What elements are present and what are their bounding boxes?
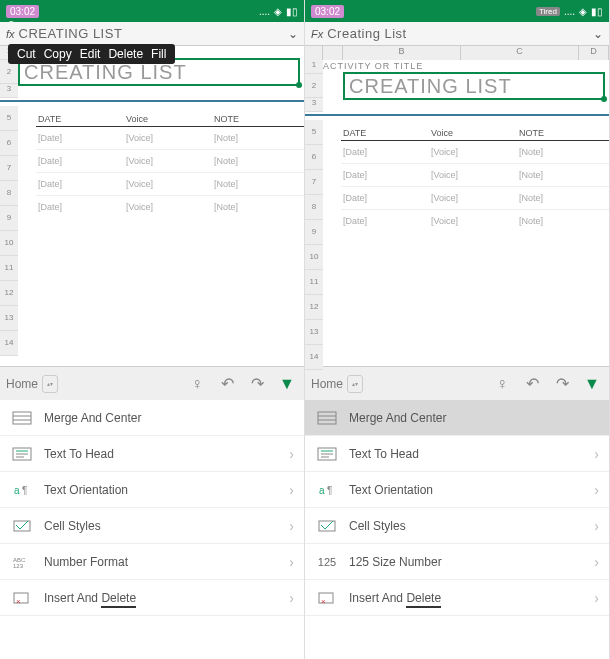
redo-icon[interactable]: ↷ bbox=[246, 374, 268, 393]
cell[interactable]: [Voice] bbox=[126, 202, 214, 212]
cell[interactable]: [Date] bbox=[343, 170, 431, 180]
chevron-right-icon: › bbox=[289, 482, 294, 498]
table-row[interactable]: [Date][Voice][Note] bbox=[341, 210, 609, 232]
col-date[interactable]: DATE bbox=[343, 128, 431, 138]
ctx-fill[interactable]: Fill bbox=[148, 47, 169, 61]
title-selection[interactable]: CREATING LIST bbox=[343, 72, 605, 100]
updown-icon[interactable]: ▴▾ bbox=[42, 375, 58, 393]
col-date[interactable]: DATE bbox=[38, 114, 126, 124]
cell[interactable]: [Date] bbox=[38, 202, 126, 212]
menu-number-format[interactable]: ABC123Number Format› bbox=[0, 544, 304, 580]
col-header[interactable]: B bbox=[343, 46, 461, 60]
menu-size-number[interactable]: 125125 Size Number› bbox=[305, 544, 609, 580]
undo-icon[interactable]: ↶ bbox=[521, 374, 543, 393]
table-row[interactable]: [Date][Voice][Note] bbox=[36, 150, 304, 173]
chevron-right-icon: › bbox=[289, 446, 294, 462]
cell[interactable]: [Date] bbox=[38, 133, 126, 143]
chevron-down-icon[interactable]: ⌄ bbox=[288, 27, 298, 41]
cell[interactable]: [Voice] bbox=[126, 133, 214, 143]
row-header[interactable]: 14 bbox=[0, 331, 18, 356]
cell[interactable]: [Note] bbox=[519, 216, 607, 226]
redo-icon[interactable]: ↷ bbox=[551, 374, 573, 393]
chevron-right-icon: › bbox=[594, 518, 599, 534]
cell[interactable]: [Date] bbox=[343, 147, 431, 157]
bulb-icon[interactable]: ♀ bbox=[491, 375, 513, 393]
row-header[interactable]: 11 bbox=[0, 256, 18, 281]
cell[interactable]: [Note] bbox=[214, 179, 302, 189]
cell[interactable]: [Voice] bbox=[126, 156, 214, 166]
cell[interactable]: [Date] bbox=[343, 193, 431, 203]
table-row[interactable]: [Date][Voice][Note] bbox=[341, 164, 609, 187]
row-header[interactable]: 10 bbox=[0, 231, 18, 256]
row-header[interactable]: 3 bbox=[305, 98, 323, 112]
col-a-partial[interactable] bbox=[323, 46, 343, 60]
cell[interactable]: [Note] bbox=[519, 193, 607, 203]
formula-bar[interactable]: fx CREATING LIST ⌄ Cut Copy Edit Delete … bbox=[0, 22, 304, 46]
collapse-icon[interactable]: ▼ bbox=[581, 375, 603, 393]
col-voice[interactable]: Voice bbox=[431, 128, 519, 138]
col-header[interactable]: C bbox=[461, 46, 579, 60]
cell[interactable]: [Date] bbox=[38, 179, 126, 189]
cell[interactable]: [Note] bbox=[214, 202, 302, 212]
cell[interactable]: [Voice] bbox=[431, 170, 519, 180]
row-header[interactable]: 14 bbox=[305, 345, 323, 370]
chevron-down-icon[interactable]: ⌄ bbox=[593, 27, 603, 41]
row-header[interactable]: 11 bbox=[305, 270, 323, 295]
cell[interactable]: [Date] bbox=[38, 156, 126, 166]
col-note[interactable]: NOTE bbox=[214, 114, 302, 124]
ctx-copy[interactable]: Copy bbox=[41, 47, 75, 61]
spreadsheet[interactable]: ACTIVITY OR TITLE CREATING LIST 5 6 7 8 … bbox=[0, 46, 304, 366]
bulb-icon[interactable]: ♀ bbox=[186, 375, 208, 393]
cell[interactable]: [Voice] bbox=[431, 193, 519, 203]
home-tab[interactable]: Home ▴▾ bbox=[6, 375, 58, 393]
menu-insert-delete[interactable]: ×Insert And Delete› bbox=[305, 580, 609, 616]
collapse-icon[interactable]: ▼ bbox=[276, 375, 298, 393]
ctx-delete[interactable]: Delete bbox=[105, 47, 146, 61]
undo-icon[interactable]: ↶ bbox=[216, 374, 238, 393]
cell[interactable]: [Note] bbox=[214, 156, 302, 166]
menu-text-head[interactable]: Text To Head› bbox=[305, 436, 609, 472]
table-row[interactable]: [Date][Voice][Note] bbox=[341, 141, 609, 164]
col-note[interactable]: NOTE bbox=[519, 128, 607, 138]
col-header[interactable]: D bbox=[579, 46, 609, 60]
formula-bar[interactable]: Fx Creating List ⌄ bbox=[305, 22, 609, 46]
cell[interactable]: [Note] bbox=[214, 133, 302, 143]
row-header[interactable]: 13 bbox=[305, 320, 323, 345]
text-orient-icon: a¶ bbox=[315, 481, 339, 499]
corner[interactable] bbox=[305, 46, 323, 60]
row-header[interactable]: 12 bbox=[0, 281, 18, 306]
menu-insert-delete[interactable]: ×Insert And Delete› bbox=[0, 580, 304, 616]
fx-text[interactable]: CREATING LIST bbox=[19, 26, 288, 41]
cell[interactable]: [Voice] bbox=[431, 147, 519, 157]
col-voice[interactable]: Voice bbox=[126, 114, 214, 124]
menu-text-head[interactable]: Text To Head› bbox=[0, 436, 304, 472]
table-row[interactable]: [Date][Voice][Note] bbox=[36, 127, 304, 150]
table-row[interactable]: [Date][Voice][Note] bbox=[341, 187, 609, 210]
menu-text-orient[interactable]: a¶Text Orientation› bbox=[0, 472, 304, 508]
ctx-cut[interactable]: Cut bbox=[14, 47, 39, 61]
cell[interactable]: [Note] bbox=[519, 147, 607, 157]
cell[interactable]: [Date] bbox=[343, 216, 431, 226]
cell[interactable]: [Voice] bbox=[126, 179, 214, 189]
menu-text-orient[interactable]: a¶Text Orientation› bbox=[305, 472, 609, 508]
table-row[interactable]: [Date][Voice][Note] bbox=[36, 196, 304, 218]
menu-cell-styles[interactable]: Cell Styles› bbox=[0, 508, 304, 544]
cell[interactable]: [Voice] bbox=[431, 216, 519, 226]
ctx-edit[interactable]: Edit bbox=[77, 47, 104, 61]
table-row[interactable]: [Date][Voice][Note] bbox=[36, 173, 304, 196]
tired-badge: Tired bbox=[536, 7, 560, 16]
row-header[interactable]: 12 bbox=[305, 295, 323, 320]
updown-icon[interactable]: ▴▾ bbox=[347, 375, 363, 393]
row-header[interactable]: 1 bbox=[305, 60, 323, 74]
fx-text[interactable]: Creating List bbox=[327, 26, 593, 41]
row-header[interactable]: 3 bbox=[0, 84, 18, 98]
menu-cell-styles[interactable]: Cell Styles› bbox=[305, 508, 609, 544]
menu-merge[interactable]: Merge And Center bbox=[0, 400, 304, 436]
row-header[interactable]: 13 bbox=[0, 306, 18, 331]
spreadsheet[interactable]: ACTIVITY OR TITLE CREATING LIST 5 6 7 8 … bbox=[305, 60, 609, 366]
row-header[interactable]: 10 bbox=[305, 245, 323, 270]
cell[interactable]: [Note] bbox=[519, 170, 607, 180]
row-header[interactable]: 2 bbox=[305, 74, 323, 98]
menu-merge[interactable]: Merge And Center bbox=[305, 400, 609, 436]
home-tab[interactable]: Home ▴▾ bbox=[311, 375, 363, 393]
